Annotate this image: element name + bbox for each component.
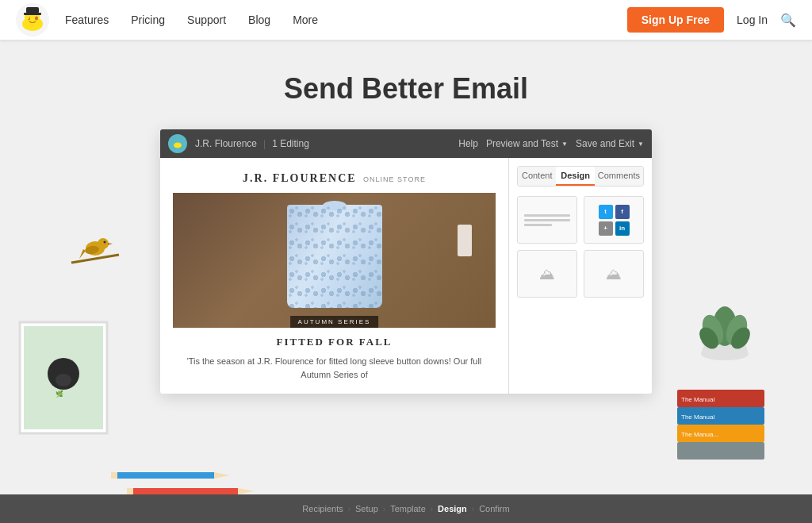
toolbar-divider: | [263,138,266,149]
toolbar-right: Help Preview and Test ▼ Save and Exit ▼ [458,138,644,149]
svg-rect-38 [127,488,238,494]
toolbar-user: J.R. Flourence [195,138,257,149]
email-title: Fitted for Fall [173,336,496,348]
nav-right: Sign Up Free Log In 🔍 [627,7,796,33]
svg-point-13 [98,238,109,249]
spool [458,225,472,256]
autumn-badge: AUTUMN SERIES [290,316,379,328]
text-line-2 [524,219,570,221]
linkedin-icon: in [615,221,630,236]
email-product-image: AUTUMN SERIES [173,193,496,328]
svg-point-21 [52,363,63,374]
step-confirm[interactable]: Confirm [479,504,510,513]
email-store-header: J.R. Flourence Online Store [173,171,496,185]
svg-rect-41 [111,472,214,479]
toolbar-help[interactable]: Help [458,138,478,149]
preview-caret: ▼ [561,140,568,148]
svg-text:The Manual: The Manual [681,413,714,421]
app-window: J.R. Flourence | 1 Editing Help Preview … [160,129,652,394]
svg-marker-42 [214,472,230,479]
social-icons: t f + in [599,205,630,236]
svg-line-11 [71,255,119,263]
svg-marker-17 [79,249,86,259]
design-panel: Content Design Comments [509,158,652,394]
shirt-item [287,205,382,308]
nav-more[interactable]: More [293,13,318,26]
mailchimp-logo[interactable] [16,3,49,37]
text-line-1 [524,214,570,217]
login-button[interactable]: Log In [737,13,768,26]
nav-support[interactable]: Support [187,13,226,26]
svg-marker-14 [108,243,113,245]
plus-icon: + [599,221,613,236]
text-block[interactable] [517,196,577,244]
design-blocks: t f + in ⛰ ⛰ [517,196,644,298]
shirt-pattern [287,205,382,308]
text-line-3 [524,224,552,226]
tab-content[interactable]: Content [518,167,556,186]
svg-point-4 [35,17,38,21]
step-setup[interactable]: Setup [355,504,378,513]
svg-marker-39 [238,488,254,494]
shirt-background [173,193,496,328]
decorative-plant [685,279,764,377]
navbar: Features Pricing Support Blog More Sign … [0,0,812,40]
svg-rect-34 [677,442,764,460]
chevron-4: › [472,505,474,513]
image-block-1[interactable]: ⛰ [517,250,577,298]
svg-point-15 [104,241,106,244]
nav-blog[interactable]: Blog [248,13,270,26]
decorative-bird [63,215,127,282]
hero-title: Send Better Email [284,72,528,106]
main-content: Send Better Email J.R. Flourence | 1 Edi… [0,40,812,523]
svg-point-22 [64,363,75,374]
decorative-books: The Manual The Manual The Manua... [669,374,772,472]
decorative-pencil-blue [111,469,230,483]
nav-pricing[interactable]: Pricing [131,13,165,26]
chevron-2: › [383,505,385,513]
decorative-frame: 🌿 [16,318,111,440]
toolbar-preview[interactable]: Preview and Test ▼ [486,138,568,149]
facebook-icon: f [615,205,630,219]
chevron-3: › [431,505,433,513]
signup-button[interactable]: Sign Up Free [627,7,724,33]
svg-point-23 [56,374,71,386]
step-recipients[interactable]: Recipients [302,504,343,513]
toolbar-status: 1 Editing [272,138,309,149]
image-icon-2: ⛰ [606,265,622,283]
design-tabs: Content Design Comments [517,166,644,187]
svg-text:🌿: 🌿 [56,390,63,398]
svg-point-9 [174,143,182,148]
save-caret: ▼ [638,140,644,148]
email-body: 'Tis the season at J.R. Flourence for fi… [173,355,496,381]
search-icon[interactable]: 🔍 [780,13,796,28]
svg-text:The Manual: The Manual [681,396,714,403]
chevron-1: › [348,505,350,513]
svg-rect-40 [127,488,133,494]
app-logo [168,134,187,153]
toolbar-save[interactable]: Save and Exit ▼ [576,138,644,149]
tab-design[interactable]: Design [556,167,594,186]
svg-rect-43 [111,472,117,479]
tab-comments[interactable]: Comments [595,167,643,186]
progress-bar: Recipients › Setup › Template › Design ›… [0,494,812,523]
social-block[interactable]: t f + in [584,196,644,244]
store-name: J.R. Flourence [243,172,357,184]
app-toolbar: J.R. Flourence | 1 Editing Help Preview … [160,129,652,158]
image-placeholder-1: ⛰ [518,251,576,297]
svg-text:The Manua...: The Manua... [681,431,718,438]
image-placeholder-2: ⛰ [584,251,643,297]
text-lines [518,208,576,233]
step-template[interactable]: Template [390,504,426,513]
image-block-2[interactable]: ⛰ [584,250,644,298]
nav-features[interactable]: Features [65,13,109,26]
svg-rect-6 [26,7,39,13]
twitter-icon: t [599,205,613,219]
image-icon-1: ⛰ [539,265,555,283]
nav-links: Features Pricing Support Blog More [65,13,627,26]
store-sub: Online Store [363,175,426,183]
toolbar-info: J.R. Flourence | 1 Editing [195,138,309,149]
step-design[interactable]: Design [438,504,467,513]
app-body: J.R. Flourence Online Store AUTUMN SERIE… [160,158,652,394]
email-preview: J.R. Flourence Online Store AUTUMN SERIE… [160,158,509,394]
